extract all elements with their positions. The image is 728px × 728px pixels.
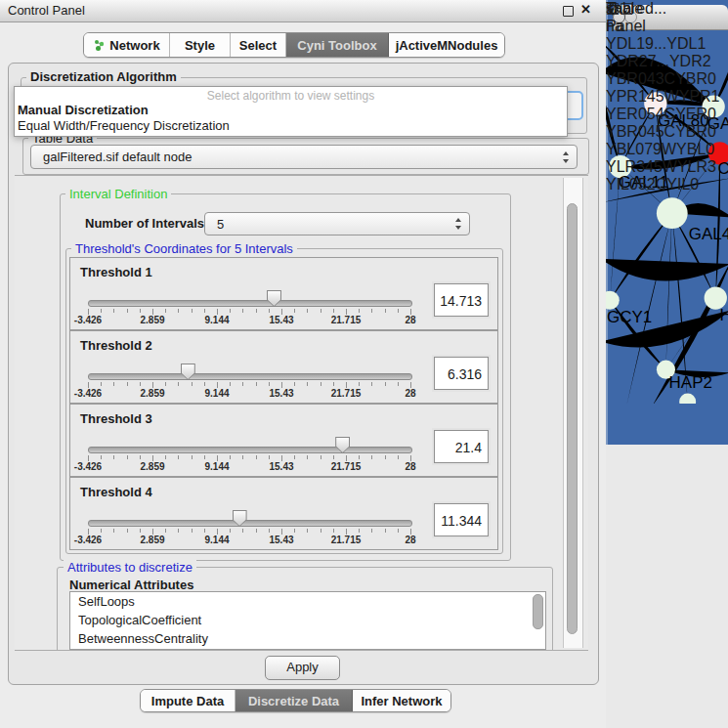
table-cell: YBR0 xyxy=(675,123,716,140)
algorithm-option-equal-width-frequency[interactable]: Equal Width/Frequency Discretization xyxy=(15,118,567,134)
table-data-combobox[interactable]: galFiltered.sif default node xyxy=(30,145,578,169)
table-cell: YDR2 xyxy=(669,53,711,69)
float-window-icon[interactable] xyxy=(563,6,574,17)
table-row[interactable]: YPR145WYPR1 xyxy=(606,88,720,106)
tab-label: Select xyxy=(239,38,277,53)
slider-tick xyxy=(140,309,141,313)
slider-tick xyxy=(398,309,399,313)
slider-tick xyxy=(294,382,295,386)
threshold-slider-track[interactable] xyxy=(88,373,412,380)
threshold-panel-2: Threshold 2-3.4262.8599.14415.4321.71528… xyxy=(69,330,498,404)
table-row[interactable]: YLR345WYLR3 xyxy=(606,158,720,176)
threshold-panel-3: Threshold 3-3.4262.8599.14415.4321.71528… xyxy=(69,404,498,477)
slider-tick xyxy=(333,309,334,313)
slider-tick xyxy=(385,382,386,386)
algorithm-dropdown-popup: Select algorithm to view settings Manual… xyxy=(14,86,568,137)
slider-tick-label: 2.859 xyxy=(140,388,164,399)
network-node-label: GCY1 xyxy=(607,308,652,326)
attribute-list-item[interactable]: BetweennessCentrality xyxy=(70,629,545,648)
table-row[interactable]: YIL052CYIL0 xyxy=(606,176,720,193)
table-data-combobox-value: galFiltered.sif default node xyxy=(43,150,192,164)
threshold-label: Threshold 3 xyxy=(80,411,152,426)
vertical-scrollbar-track[interactable] xyxy=(563,178,583,648)
slider-tick xyxy=(359,309,360,313)
slider-tick xyxy=(371,309,372,313)
threshold-slider-track[interactable] xyxy=(88,520,412,527)
attribute-list-item[interactable]: TopologicalCoefficient xyxy=(70,611,545,629)
tab-discretize-data[interactable]: Discretize Data xyxy=(236,690,353,711)
table-row[interactable]: YDR27...YDR2 xyxy=(606,53,720,70)
combo-stepper-icon xyxy=(563,151,570,163)
slider-tick xyxy=(165,382,166,386)
slider-tick xyxy=(113,455,114,459)
table-row[interactable]: YBR045CYBR0 xyxy=(606,123,720,141)
number-of-intervals-combobox[interactable]: 5 xyxy=(204,212,470,236)
slider-tick xyxy=(321,382,321,386)
slider-tick xyxy=(294,529,295,533)
threshold-value-field[interactable]: 21.4 xyxy=(434,430,489,463)
slider-tick xyxy=(398,455,399,459)
vertical-scrollbar-thumb[interactable] xyxy=(567,203,578,634)
table-cell: YBR045C xyxy=(606,123,675,140)
table-row[interactable]: YBL079WYBL0 xyxy=(606,141,720,158)
threshold-value-field[interactable]: 6.316 xyxy=(434,357,489,390)
slider-tick xyxy=(307,455,308,459)
threshold-slider-track[interactable] xyxy=(88,300,412,307)
number-of-intervals-value: 5 xyxy=(217,217,224,232)
checkbox-icons[interactable]: ☑☑ xyxy=(606,0,634,19)
tab-label: Discretize Data xyxy=(248,694,339,708)
table-cell: YBR0 xyxy=(675,70,716,87)
tab-impute-data[interactable]: Impute Data xyxy=(141,690,236,711)
tab-network[interactable]: Network xyxy=(84,33,170,57)
tab-jactivemnodules[interactable]: jActiveMNodules xyxy=(389,33,504,57)
table-cell: YLR3 xyxy=(677,158,716,175)
table-row[interactable]: YER054CYER0 xyxy=(606,106,720,123)
slider-tick-label: 28 xyxy=(405,388,415,399)
tab-infer-network[interactable]: Infer Network xyxy=(353,690,450,711)
slider-tick xyxy=(127,309,128,313)
apply-button[interactable]: Apply xyxy=(265,656,340,680)
slider-tick-label: -3.426 xyxy=(74,461,102,472)
threshold-value-field[interactable]: 11.344 xyxy=(434,503,489,536)
table-cell: YBL0 xyxy=(676,141,714,157)
bottom-mode-tabs: Impute DataDiscretize DataInfer Network xyxy=(140,689,451,712)
slider-tick xyxy=(230,529,231,533)
slider-tick xyxy=(242,529,243,533)
combo-stepper-icon xyxy=(455,218,462,230)
slider-tick-label: 15.43 xyxy=(269,461,293,472)
slider-tick-label: 21.715 xyxy=(331,535,362,545)
column-header-name[interactable]: na xyxy=(606,18,666,35)
slider-tick xyxy=(385,529,386,533)
slider-tick xyxy=(256,455,257,459)
table-cell: YIL052C xyxy=(606,176,666,193)
slider-tick xyxy=(140,529,141,533)
slider-tick xyxy=(127,455,128,459)
table-row[interactable]: YBR043CYBR0 xyxy=(606,70,720,88)
slider-tick xyxy=(307,529,308,533)
attribute-list-item[interactable]: SelfLoops xyxy=(70,592,545,611)
threshold-value-field[interactable]: 14.713 xyxy=(434,283,489,317)
slider-tick xyxy=(113,309,114,313)
network-node[interactable] xyxy=(679,394,696,405)
attributes-list-scrollbar[interactable] xyxy=(533,594,543,629)
interval-definition-group-title: Interval Definition xyxy=(65,187,171,201)
table-row[interactable]: YDL19...YDL1 xyxy=(606,35,720,53)
network-node-gal4[interactable] xyxy=(657,197,688,229)
tab-label: jActiveMNodules xyxy=(396,38,498,53)
slider-tick xyxy=(230,382,231,386)
table-cell: YBL079W xyxy=(606,141,676,157)
algorithm-option-manual-discretization[interactable]: Manual Discretization xyxy=(15,103,567,118)
tab-select[interactable]: Select xyxy=(231,33,286,57)
slider-tick-label: -3.426 xyxy=(74,535,102,545)
tab-style[interactable]: Style xyxy=(170,33,231,57)
slider-tick xyxy=(359,455,360,459)
threshold-slider-track[interactable] xyxy=(88,447,412,453)
slider-tick xyxy=(307,382,308,386)
window-title: Control Panel xyxy=(8,3,85,18)
slider-tick xyxy=(371,382,372,386)
slider-tick xyxy=(242,382,243,386)
slider-tick xyxy=(140,455,141,459)
network-node-gcy1[interactable] xyxy=(606,291,620,310)
tab-cyni-toolbox[interactable]: Cyni Toolbox xyxy=(286,33,389,57)
close-icon[interactable]: ✕ xyxy=(580,2,591,17)
